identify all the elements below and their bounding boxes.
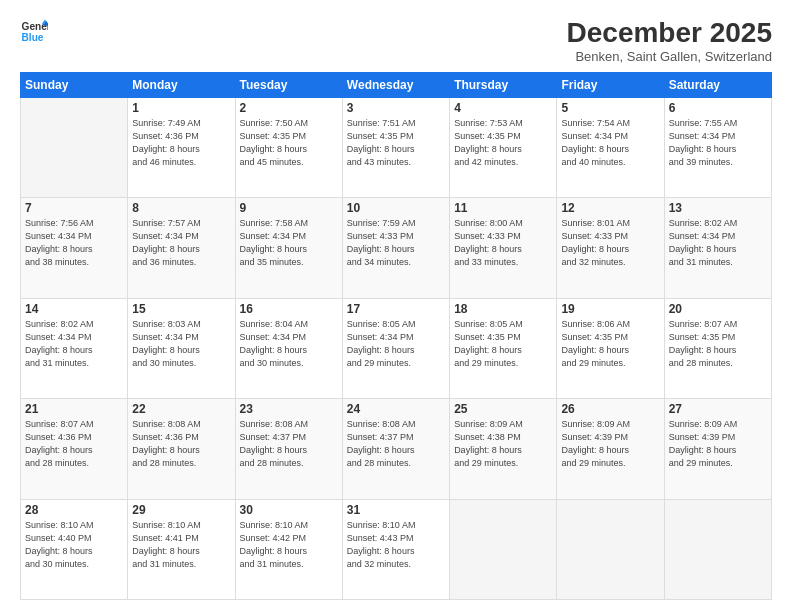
- day-number: 8: [132, 201, 230, 215]
- day-number: 27: [669, 402, 767, 416]
- day-info: Sunrise: 7:57 AMSunset: 4:34 PMDaylight:…: [132, 217, 230, 269]
- table-row: 7Sunrise: 7:56 AMSunset: 4:34 PMDaylight…: [21, 198, 128, 298]
- day-info: Sunrise: 8:05 AMSunset: 4:34 PMDaylight:…: [347, 318, 445, 370]
- day-number: 19: [561, 302, 659, 316]
- day-number: 1: [132, 101, 230, 115]
- table-row: 11Sunrise: 8:00 AMSunset: 4:33 PMDayligh…: [450, 198, 557, 298]
- table-row: 27Sunrise: 8:09 AMSunset: 4:39 PMDayligh…: [664, 399, 771, 499]
- col-saturday: Saturday: [664, 72, 771, 97]
- day-number: 9: [240, 201, 338, 215]
- table-row: 1Sunrise: 7:49 AMSunset: 4:36 PMDaylight…: [128, 97, 235, 197]
- day-number: 6: [669, 101, 767, 115]
- day-info: Sunrise: 8:09 AMSunset: 4:39 PMDaylight:…: [669, 418, 767, 470]
- day-number: 22: [132, 402, 230, 416]
- day-info: Sunrise: 8:03 AMSunset: 4:34 PMDaylight:…: [132, 318, 230, 370]
- day-number: 3: [347, 101, 445, 115]
- calendar-table: Sunday Monday Tuesday Wednesday Thursday…: [20, 72, 772, 600]
- col-monday: Monday: [128, 72, 235, 97]
- day-number: 15: [132, 302, 230, 316]
- table-row: 3Sunrise: 7:51 AMSunset: 4:35 PMDaylight…: [342, 97, 449, 197]
- day-info: Sunrise: 8:08 AMSunset: 4:36 PMDaylight:…: [132, 418, 230, 470]
- day-number: 4: [454, 101, 552, 115]
- table-row: 15Sunrise: 8:03 AMSunset: 4:34 PMDayligh…: [128, 298, 235, 398]
- table-row: 30Sunrise: 8:10 AMSunset: 4:42 PMDayligh…: [235, 499, 342, 599]
- table-row: 31Sunrise: 8:10 AMSunset: 4:43 PMDayligh…: [342, 499, 449, 599]
- day-number: 17: [347, 302, 445, 316]
- day-info: Sunrise: 7:58 AMSunset: 4:34 PMDaylight:…: [240, 217, 338, 269]
- day-info: Sunrise: 7:49 AMSunset: 4:36 PMDaylight:…: [132, 117, 230, 169]
- day-info: Sunrise: 7:55 AMSunset: 4:34 PMDaylight:…: [669, 117, 767, 169]
- table-row: 22Sunrise: 8:08 AMSunset: 4:36 PMDayligh…: [128, 399, 235, 499]
- table-row: 14Sunrise: 8:02 AMSunset: 4:34 PMDayligh…: [21, 298, 128, 398]
- page: General Blue December 2025 Benken, Saint…: [0, 0, 792, 612]
- day-info: Sunrise: 8:08 AMSunset: 4:37 PMDaylight:…: [240, 418, 338, 470]
- table-row: 10Sunrise: 7:59 AMSunset: 4:33 PMDayligh…: [342, 198, 449, 298]
- day-number: 11: [454, 201, 552, 215]
- table-row: 25Sunrise: 8:09 AMSunset: 4:38 PMDayligh…: [450, 399, 557, 499]
- table-row: [450, 499, 557, 599]
- col-tuesday: Tuesday: [235, 72, 342, 97]
- table-row: 16Sunrise: 8:04 AMSunset: 4:34 PMDayligh…: [235, 298, 342, 398]
- table-row: 18Sunrise: 8:05 AMSunset: 4:35 PMDayligh…: [450, 298, 557, 398]
- table-row: 17Sunrise: 8:05 AMSunset: 4:34 PMDayligh…: [342, 298, 449, 398]
- day-info: Sunrise: 7:51 AMSunset: 4:35 PMDaylight:…: [347, 117, 445, 169]
- day-info: Sunrise: 8:01 AMSunset: 4:33 PMDaylight:…: [561, 217, 659, 269]
- day-info: Sunrise: 8:10 AMSunset: 4:40 PMDaylight:…: [25, 519, 123, 571]
- table-row: 6Sunrise: 7:55 AMSunset: 4:34 PMDaylight…: [664, 97, 771, 197]
- table-row: 24Sunrise: 8:08 AMSunset: 4:37 PMDayligh…: [342, 399, 449, 499]
- day-number: 14: [25, 302, 123, 316]
- day-number: 24: [347, 402, 445, 416]
- day-info: Sunrise: 7:59 AMSunset: 4:33 PMDaylight:…: [347, 217, 445, 269]
- day-number: 5: [561, 101, 659, 115]
- calendar-week-row: 28Sunrise: 8:10 AMSunset: 4:40 PMDayligh…: [21, 499, 772, 599]
- table-row: [21, 97, 128, 197]
- day-info: Sunrise: 8:10 AMSunset: 4:41 PMDaylight:…: [132, 519, 230, 571]
- day-number: 30: [240, 503, 338, 517]
- svg-text:Blue: Blue: [22, 32, 44, 43]
- day-number: 13: [669, 201, 767, 215]
- table-row: 2Sunrise: 7:50 AMSunset: 4:35 PMDaylight…: [235, 97, 342, 197]
- calendar-week-row: 21Sunrise: 8:07 AMSunset: 4:36 PMDayligh…: [21, 399, 772, 499]
- title-block: December 2025 Benken, Saint Gallen, Swit…: [567, 18, 772, 64]
- day-info: Sunrise: 8:10 AMSunset: 4:43 PMDaylight:…: [347, 519, 445, 571]
- day-info: Sunrise: 7:53 AMSunset: 4:35 PMDaylight:…: [454, 117, 552, 169]
- calendar-header-row: Sunday Monday Tuesday Wednesday Thursday…: [21, 72, 772, 97]
- day-info: Sunrise: 8:02 AMSunset: 4:34 PMDaylight:…: [25, 318, 123, 370]
- calendar-week-row: 14Sunrise: 8:02 AMSunset: 4:34 PMDayligh…: [21, 298, 772, 398]
- header: General Blue December 2025 Benken, Saint…: [20, 18, 772, 64]
- table-row: 8Sunrise: 7:57 AMSunset: 4:34 PMDaylight…: [128, 198, 235, 298]
- table-row: 19Sunrise: 8:06 AMSunset: 4:35 PMDayligh…: [557, 298, 664, 398]
- table-row: 4Sunrise: 7:53 AMSunset: 4:35 PMDaylight…: [450, 97, 557, 197]
- table-row: 21Sunrise: 8:07 AMSunset: 4:36 PMDayligh…: [21, 399, 128, 499]
- table-row: 9Sunrise: 7:58 AMSunset: 4:34 PMDaylight…: [235, 198, 342, 298]
- table-row: [664, 499, 771, 599]
- day-info: Sunrise: 8:04 AMSunset: 4:34 PMDaylight:…: [240, 318, 338, 370]
- logo: General Blue: [20, 18, 48, 46]
- day-number: 28: [25, 503, 123, 517]
- day-info: Sunrise: 8:02 AMSunset: 4:34 PMDaylight:…: [669, 217, 767, 269]
- calendar-week-row: 7Sunrise: 7:56 AMSunset: 4:34 PMDaylight…: [21, 198, 772, 298]
- table-row: 5Sunrise: 7:54 AMSunset: 4:34 PMDaylight…: [557, 97, 664, 197]
- day-info: Sunrise: 8:06 AMSunset: 4:35 PMDaylight:…: [561, 318, 659, 370]
- day-info: Sunrise: 8:00 AMSunset: 4:33 PMDaylight:…: [454, 217, 552, 269]
- calendar-title: December 2025: [567, 18, 772, 49]
- day-number: 26: [561, 402, 659, 416]
- table-row: 12Sunrise: 8:01 AMSunset: 4:33 PMDayligh…: [557, 198, 664, 298]
- calendar-subtitle: Benken, Saint Gallen, Switzerland: [567, 49, 772, 64]
- day-number: 12: [561, 201, 659, 215]
- day-number: 20: [669, 302, 767, 316]
- table-row: 23Sunrise: 8:08 AMSunset: 4:37 PMDayligh…: [235, 399, 342, 499]
- day-info: Sunrise: 8:07 AMSunset: 4:36 PMDaylight:…: [25, 418, 123, 470]
- day-info: Sunrise: 8:09 AMSunset: 4:38 PMDaylight:…: [454, 418, 552, 470]
- day-info: Sunrise: 8:07 AMSunset: 4:35 PMDaylight:…: [669, 318, 767, 370]
- day-info: Sunrise: 7:54 AMSunset: 4:34 PMDaylight:…: [561, 117, 659, 169]
- table-row: 26Sunrise: 8:09 AMSunset: 4:39 PMDayligh…: [557, 399, 664, 499]
- day-number: 16: [240, 302, 338, 316]
- day-info: Sunrise: 8:10 AMSunset: 4:42 PMDaylight:…: [240, 519, 338, 571]
- col-thursday: Thursday: [450, 72, 557, 97]
- day-info: Sunrise: 7:56 AMSunset: 4:34 PMDaylight:…: [25, 217, 123, 269]
- table-row: 28Sunrise: 8:10 AMSunset: 4:40 PMDayligh…: [21, 499, 128, 599]
- day-number: 21: [25, 402, 123, 416]
- day-number: 7: [25, 201, 123, 215]
- table-row: 13Sunrise: 8:02 AMSunset: 4:34 PMDayligh…: [664, 198, 771, 298]
